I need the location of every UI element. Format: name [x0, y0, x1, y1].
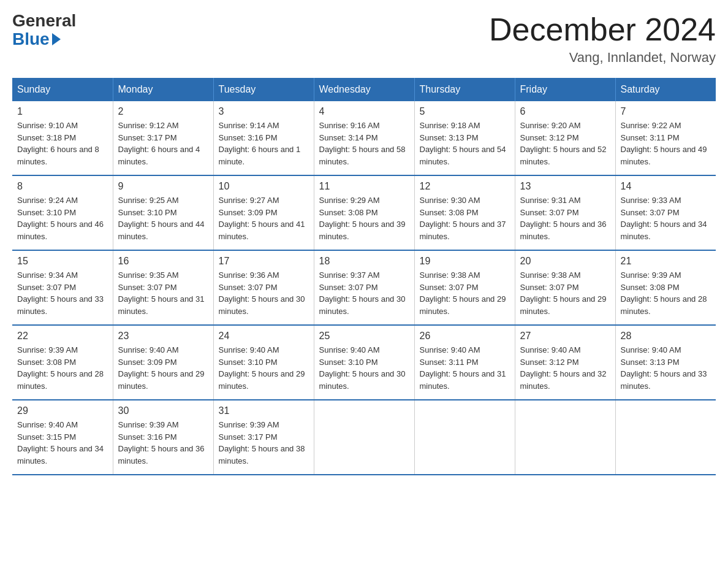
day-number: 20 [520, 256, 610, 267]
day-cell: 2 Sunrise: 9:12 AMSunset: 3:17 PMDayligh… [113, 101, 213, 175]
day-cell: 17 Sunrise: 9:36 AMSunset: 3:07 PMDaylig… [213, 250, 314, 325]
day-number: 19 [420, 256, 510, 267]
column-header-thursday: Thursday [414, 78, 515, 101]
day-cell: 24 Sunrise: 9:40 AMSunset: 3:10 PMDaylig… [213, 325, 314, 400]
day-number: 7 [621, 106, 711, 117]
week-row-4: 22 Sunrise: 9:39 AMSunset: 3:08 PMDaylig… [12, 325, 716, 400]
day-cell: 5 Sunrise: 9:18 AMSunset: 3:13 PMDayligh… [414, 101, 515, 175]
day-info: Sunrise: 9:12 AMSunset: 3:17 PMDaylight:… [118, 120, 208, 167]
day-info: Sunrise: 9:39 AMSunset: 3:08 PMDaylight:… [17, 344, 108, 392]
day-info: Sunrise: 9:25 AMSunset: 3:10 PMDaylight:… [118, 194, 208, 242]
day-number: 10 [219, 181, 309, 192]
day-cell: 6 Sunrise: 9:20 AMSunset: 3:12 PMDayligh… [515, 101, 615, 175]
day-number: 3 [219, 106, 309, 117]
month-title: December 2024 [489, 12, 716, 47]
day-info: Sunrise: 9:38 AMSunset: 3:07 PMDaylight:… [420, 269, 510, 317]
week-row-5: 29 Sunrise: 9:40 AMSunset: 3:15 PMDaylig… [12, 400, 716, 475]
day-info: Sunrise: 9:18 AMSunset: 3:13 PMDaylight:… [420, 120, 510, 167]
day-number: 25 [319, 331, 409, 342]
day-number: 18 [319, 256, 409, 267]
day-number: 13 [520, 181, 610, 192]
location-title: Vang, Innlandet, Norway [489, 50, 716, 66]
day-info: Sunrise: 9:39 AMSunset: 3:16 PMDaylight:… [118, 419, 208, 467]
day-cell: 19 Sunrise: 9:38 AMSunset: 3:07 PMDaylig… [414, 250, 515, 325]
day-info: Sunrise: 9:10 AMSunset: 3:18 PMDaylight:… [17, 120, 108, 167]
day-number: 9 [118, 181, 208, 192]
day-info: Sunrise: 9:40 AMSunset: 3:10 PMDaylight:… [319, 344, 409, 392]
day-number: 24 [219, 331, 309, 342]
day-info: Sunrise: 9:30 AMSunset: 3:08 PMDaylight:… [420, 194, 510, 242]
day-info: Sunrise: 9:38 AMSunset: 3:07 PMDaylight:… [520, 269, 610, 317]
day-cell: 27 Sunrise: 9:40 AMSunset: 3:12 PMDaylig… [515, 325, 615, 400]
day-cell [515, 400, 615, 475]
day-number: 28 [621, 331, 711, 342]
logo-arrow-icon [52, 33, 61, 45]
day-cell: 8 Sunrise: 9:24 AMSunset: 3:10 PMDayligh… [12, 175, 113, 250]
day-cell: 12 Sunrise: 9:30 AMSunset: 3:08 PMDaylig… [414, 175, 515, 250]
day-info: Sunrise: 9:27 AMSunset: 3:09 PMDaylight:… [219, 194, 309, 242]
day-cell: 21 Sunrise: 9:39 AMSunset: 3:08 PMDaylig… [615, 250, 716, 325]
column-header-sunday: Sunday [12, 78, 113, 101]
day-cell: 25 Sunrise: 9:40 AMSunset: 3:10 PMDaylig… [314, 325, 414, 400]
week-row-2: 8 Sunrise: 9:24 AMSunset: 3:10 PMDayligh… [12, 175, 716, 250]
day-info: Sunrise: 9:16 AMSunset: 3:14 PMDaylight:… [319, 120, 409, 167]
day-info: Sunrise: 9:20 AMSunset: 3:12 PMDaylight:… [520, 120, 610, 167]
logo-general-text: General [12, 12, 76, 29]
day-number: 15 [17, 256, 108, 267]
day-cell: 3 Sunrise: 9:14 AMSunset: 3:16 PMDayligh… [213, 101, 314, 175]
day-info: Sunrise: 9:29 AMSunset: 3:08 PMDaylight:… [319, 194, 409, 242]
day-info: Sunrise: 9:22 AMSunset: 3:11 PMDaylight:… [621, 120, 711, 167]
day-number: 11 [319, 181, 409, 192]
day-info: Sunrise: 9:40 AMSunset: 3:12 PMDaylight:… [520, 344, 610, 392]
day-info: Sunrise: 9:14 AMSunset: 3:16 PMDaylight:… [219, 120, 309, 167]
day-cell: 15 Sunrise: 9:34 AMSunset: 3:07 PMDaylig… [12, 250, 113, 325]
title-block: December 2024 Vang, Innlandet, Norway [489, 12, 716, 66]
day-cell: 14 Sunrise: 9:33 AMSunset: 3:07 PMDaylig… [615, 175, 716, 250]
day-info: Sunrise: 9:40 AMSunset: 3:11 PMDaylight:… [420, 344, 510, 392]
column-header-monday: Monday [113, 78, 213, 101]
day-info: Sunrise: 9:39 AMSunset: 3:17 PMDaylight:… [219, 419, 309, 467]
day-number: 14 [621, 181, 711, 192]
day-cell: 23 Sunrise: 9:40 AMSunset: 3:09 PMDaylig… [113, 325, 213, 400]
day-number: 4 [319, 106, 409, 117]
calendar-header-row: SundayMondayTuesdayWednesdayThursdayFrid… [12, 78, 716, 101]
logo-blue-text: Blue [12, 29, 76, 49]
day-info: Sunrise: 9:40 AMSunset: 3:09 PMDaylight:… [118, 344, 208, 392]
day-number: 2 [118, 106, 208, 117]
column-header-friday: Friday [515, 78, 615, 101]
day-info: Sunrise: 9:40 AMSunset: 3:10 PMDaylight:… [219, 344, 309, 392]
day-cell: 29 Sunrise: 9:40 AMSunset: 3:15 PMDaylig… [12, 400, 113, 475]
day-cell: 10 Sunrise: 9:27 AMSunset: 3:09 PMDaylig… [213, 175, 314, 250]
day-cell: 4 Sunrise: 9:16 AMSunset: 3:14 PMDayligh… [314, 101, 414, 175]
calendar-table: SundayMondayTuesdayWednesdayThursdayFrid… [12, 78, 716, 475]
day-cell: 20 Sunrise: 9:38 AMSunset: 3:07 PMDaylig… [515, 250, 615, 325]
day-cell: 26 Sunrise: 9:40 AMSunset: 3:11 PMDaylig… [414, 325, 515, 400]
day-number: 21 [621, 256, 711, 267]
day-cell: 22 Sunrise: 9:39 AMSunset: 3:08 PMDaylig… [12, 325, 113, 400]
day-number: 23 [118, 331, 208, 342]
day-number: 12 [420, 181, 510, 192]
page-header: General Blue December 2024 Vang, Innland… [12, 12, 716, 66]
day-number: 1 [17, 106, 108, 117]
day-number: 6 [520, 106, 610, 117]
week-row-3: 15 Sunrise: 9:34 AMSunset: 3:07 PMDaylig… [12, 250, 716, 325]
day-cell [314, 400, 414, 475]
week-row-1: 1 Sunrise: 9:10 AMSunset: 3:18 PMDayligh… [12, 101, 716, 175]
day-info: Sunrise: 9:37 AMSunset: 3:07 PMDaylight:… [319, 269, 409, 317]
logo: General Blue [12, 12, 76, 49]
day-number: 5 [420, 106, 510, 117]
day-cell [615, 400, 716, 475]
day-info: Sunrise: 9:36 AMSunset: 3:07 PMDaylight:… [219, 269, 309, 317]
column-header-saturday: Saturday [615, 78, 716, 101]
day-cell: 11 Sunrise: 9:29 AMSunset: 3:08 PMDaylig… [314, 175, 414, 250]
day-info: Sunrise: 9:40 AMSunset: 3:13 PMDaylight:… [621, 344, 711, 392]
day-number: 8 [17, 181, 108, 192]
day-number: 17 [219, 256, 309, 267]
day-number: 31 [219, 405, 309, 416]
day-info: Sunrise: 9:31 AMSunset: 3:07 PMDaylight:… [520, 194, 610, 242]
column-header-tuesday: Tuesday [213, 78, 314, 101]
column-header-wednesday: Wednesday [314, 78, 414, 101]
day-cell: 16 Sunrise: 9:35 AMSunset: 3:07 PMDaylig… [113, 250, 213, 325]
day-info: Sunrise: 9:24 AMSunset: 3:10 PMDaylight:… [17, 194, 108, 242]
day-cell: 1 Sunrise: 9:10 AMSunset: 3:18 PMDayligh… [12, 101, 113, 175]
